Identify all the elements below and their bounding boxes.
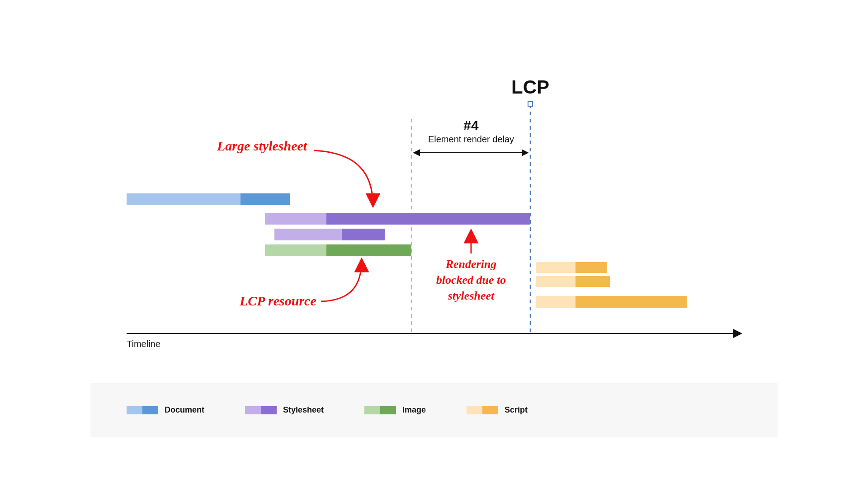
legend-label-stylesheet: Stylesheet [283, 405, 324, 415]
bar-script2-run [576, 276, 610, 287]
legend-label-document: Document [165, 405, 204, 415]
anno-blocked-l3: stylesheet [448, 289, 495, 302]
lcp-title: LCP [511, 76, 549, 98]
segment-name: Element render delay [428, 134, 514, 144]
anno-lcp-resource: LCP resource [239, 293, 316, 308]
chart-svg: LCP #4 Element render delay Timeline Lar… [90, 51, 778, 437]
legend: Document Stylesheet Image Script [90, 383, 778, 437]
bar-large-stylesheet-load [326, 213, 530, 225]
anno-lcp-resource-arrow [321, 260, 362, 301]
legend-label-script: Script [505, 405, 528, 415]
anno-large-stylesheet-arrow [314, 150, 373, 206]
bar-lcp-image-load [326, 244, 411, 256]
swatch-script [467, 406, 498, 414]
bar-script1-wait [536, 262, 576, 273]
bar-document-ready [241, 193, 290, 205]
legend-item-image: Image [364, 405, 426, 415]
anno-large-stylesheet: Large stylesheet [217, 138, 308, 153]
bar-script1-run [576, 262, 607, 273]
legend-item-document: Document [127, 405, 204, 415]
swatch-document [127, 406, 158, 414]
axis-label: Timeline [127, 339, 160, 349]
bar-script3-run [576, 296, 687, 308]
segment-number: #4 [463, 118, 479, 133]
bar-lcp-image-wait [265, 244, 326, 256]
bar-script2-wait [536, 276, 576, 287]
legend-item-stylesheet: Stylesheet [245, 405, 324, 415]
bar-script3-wait [536, 296, 576, 308]
timeline-chart: LCP #4 Element render delay Timeline Lar… [90, 51, 778, 437]
bar-stylesheet2-load [342, 229, 385, 240]
swatch-stylesheet [245, 406, 277, 414]
legend-label-image: Image [402, 405, 426, 415]
anno-blocked-l1: Rendering [445, 258, 497, 271]
legend-item-script: Script [467, 405, 528, 415]
anno-blocked-l2: blocked due to [436, 273, 506, 286]
bar-stylesheet2-wait [274, 229, 342, 240]
bar-document-load [127, 193, 241, 205]
swatch-image [364, 406, 396, 414]
lcp-marker-handle [528, 102, 533, 106]
bar-large-stylesheet-wait [265, 213, 326, 225]
